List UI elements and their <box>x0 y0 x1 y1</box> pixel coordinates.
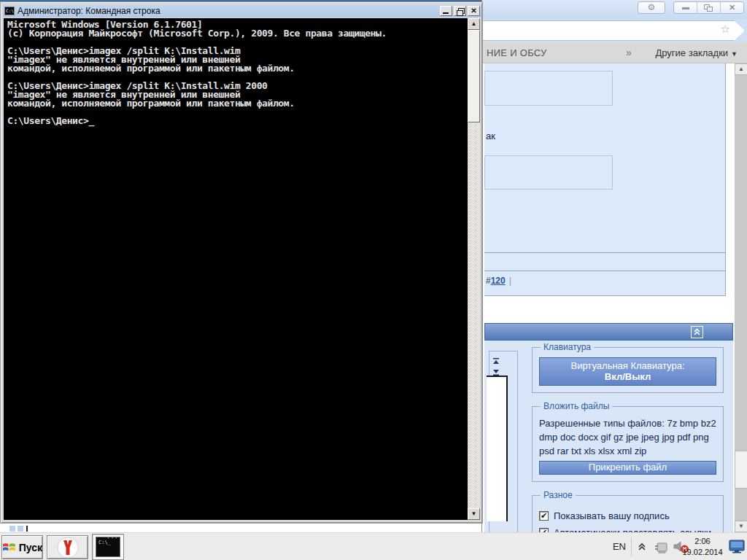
other-bookmarks-label: Другие закладки <box>655 47 728 58</box>
post-text-fragment: ак <box>486 131 495 141</box>
message-textarea[interactable] <box>487 376 508 521</box>
attach-fieldset: Вложить файлы Разрешенные типы файлов: 7… <box>532 401 724 482</box>
divider <box>631 537 632 556</box>
divider <box>517 351 518 532</box>
cmd-window: C:\ Администратор: Командная строка Micr… <box>0 1 483 524</box>
bookmark-star-icon[interactable]: ☆ <box>721 23 730 36</box>
post-number-prefix: # <box>486 276 491 286</box>
usb-device-icon[interactable] <box>654 540 670 554</box>
window-fragment <box>26 526 28 532</box>
scroll-up-icon[interactable]: ▲ <box>735 63 747 75</box>
quote-box <box>484 71 613 106</box>
window-title: Администратор: Командная строка <box>18 6 160 16</box>
console-output: Microsoft Windows [Version 6.1.7601] (c)… <box>4 18 468 520</box>
allowed-filetypes-text: Разрешенные типы файлов: 7z bmp bz2 dmp … <box>539 416 716 458</box>
minimize-icon[interactable] <box>440 6 452 16</box>
yandex-icon <box>57 537 79 559</box>
virtual-keyboard-button-line2: Вкл/Выкл <box>540 371 716 382</box>
form-header-bar <box>484 323 733 341</box>
show-signature-checkbox[interactable]: ✔ <box>539 511 549 521</box>
attach-file-button[interactable]: Прикрепить файл <box>539 461 716 475</box>
collapse-icon[interactable] <box>691 326 703 338</box>
close-icon[interactable]: ✕ <box>721 2 743 13</box>
cmd-icon: C:\_ <box>96 537 120 557</box>
windows-logo-icon <box>2 541 16 553</box>
console-prompt-line: C:\Users\Денис>_ <box>7 117 468 125</box>
quote-box <box>484 155 613 190</box>
separator: | <box>509 276 511 286</box>
clock-date: 19.02.2014 <box>677 547 728 558</box>
show-signature-row: ✔Показывать вашу подпись <box>539 510 716 522</box>
auto-links-label: Автоматически подставлять ссылки <box>554 527 711 532</box>
console-scrollbar[interactable]: ▲ ▼ <box>468 18 480 520</box>
virtual-keyboard-button[interactable]: Виртуальная Клавиатура: Вкл/Выкл <box>539 357 716 386</box>
scroll-down-icon[interactable]: ▼ <box>735 521 747 532</box>
scroll-up-icon[interactable]: ▲ <box>468 18 480 30</box>
divider <box>484 271 726 271</box>
restore-icon[interactable] <box>697 2 721 13</box>
forum-post-panel: ак #120| <box>484 63 726 296</box>
console-line: командой, исполняемой программой или пак… <box>7 64 468 73</box>
taskbar-yandex-button[interactable] <box>47 535 88 559</box>
attach-legend: Вложить файлы <box>541 401 612 411</box>
browser-titlebar: ⚙ ✕ <box>482 0 747 19</box>
browser-window-controls: ✕ <box>673 1 744 14</box>
desktop-strip <box>0 524 481 532</box>
cmd-window-controls <box>440 6 481 16</box>
other-bookmarks-button[interactable]: Другие закладки▼ <box>655 47 738 58</box>
reply-form: Клавиатура Виртуальная Клавиатура: Вкл/В… <box>484 341 733 532</box>
chevron-down-icon: ▼ <box>731 50 738 58</box>
scrollbar-thumb[interactable] <box>468 30 480 122</box>
bookmarks-bar: НИЕ И ОБСУ » Другие закладки▼ <box>482 42 747 63</box>
virtual-keyboard-button-line1: Виртуальная Клавиатура: <box>540 360 716 371</box>
console-cursor: _ <box>88 115 93 126</box>
clock-time: 2:06 <box>677 536 728 547</box>
restore-icon[interactable] <box>454 6 466 16</box>
browser-window: ⚙ ✕ ☆ НИЕ И ОБСУ » Другие закладки▼ ак #… <box>481 0 747 532</box>
auto-links-row: ✔Автоматически подставлять ссылки <box>539 526 716 532</box>
minimize-icon[interactable] <box>674 2 697 13</box>
forum-page: ак #120| <box>482 63 747 532</box>
gear-icon[interactable]: ⚙ <box>638 1 665 14</box>
start-button[interactable]: Пуск <box>1 535 43 559</box>
show-signature-label: Показывать вашу подпись <box>554 510 670 521</box>
bookmarks-overflow-icon[interactable]: » <box>626 47 632 58</box>
keyboard-fieldset: Клавиатура Виртуальная Клавиатура: Вкл/В… <box>532 342 724 393</box>
divider <box>484 252 726 253</box>
scrollbar-thumb[interactable] <box>735 451 747 489</box>
post-number-link[interactable]: 120 <box>491 276 506 286</box>
close-icon[interactable] <box>468 6 480 16</box>
form-options-column: Клавиатура Виртуальная Клавиатура: Вкл/В… <box>532 342 724 532</box>
browser-address-row: ☆ <box>482 19 747 42</box>
misc-fieldset: Разное ✔Показывать вашу подпись ✔Автомат… <box>532 490 724 532</box>
cmd-titlebar[interactable]: C:\ Администратор: Командная строка <box>3 4 481 18</box>
monitor-icon[interactable] <box>729 540 745 553</box>
language-indicator[interactable]: EN <box>613 541 626 552</box>
bookmark-item[interactable]: НИЕ И ОБСУ <box>487 47 547 58</box>
taskbar: Пуск C:\_ EN 2:06 19.02 <box>0 532 747 560</box>
window-fragment <box>18 526 23 532</box>
misc-legend: Разное <box>541 490 576 500</box>
window-fragment <box>9 526 15 532</box>
start-label: Пуск <box>19 542 42 553</box>
address-bar-input[interactable] <box>482 20 745 41</box>
show-hidden-icons-chevron[interactable] <box>638 542 646 552</box>
console-line: (c) Корпорация Майкрософт (Microsoft Cor… <box>7 29 468 38</box>
tray-clock[interactable]: 2:06 19.02.2014 <box>677 536 728 558</box>
cmd-icon: C:\ <box>4 7 15 15</box>
console-line: командой, исполняемой программой или пак… <box>7 99 468 108</box>
page-scrollbar[interactable]: ▲ ▼ <box>735 63 747 532</box>
scroll-down-icon[interactable]: ▼ <box>468 508 480 520</box>
post-number: #120| <box>486 276 511 286</box>
resize-arrows-icon[interactable] <box>492 358 500 376</box>
taskbar-cmd-button[interactable]: C:\_ <box>92 534 124 560</box>
keyboard-legend: Клавиатура <box>541 342 594 352</box>
